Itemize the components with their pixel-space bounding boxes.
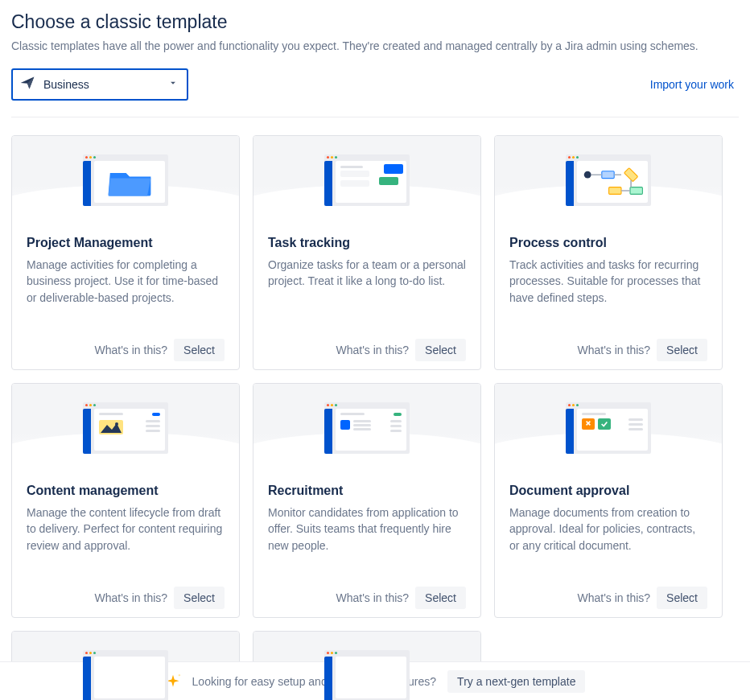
whats-in-this-link[interactable]: What's in this? (577, 344, 650, 356)
template-card-task-tracking: Task tracking Organize tasks for a team … (253, 135, 481, 370)
select-button[interactable]: Select (657, 587, 707, 609)
illustration-icon (83, 650, 168, 700)
whats-in-this-link[interactable]: What's in this? (577, 591, 650, 604)
divider (11, 117, 739, 117)
select-button[interactable]: Select (415, 339, 466, 361)
card-description: Track activities and tasks for recurring… (509, 257, 707, 331)
card-title: Process control (509, 236, 707, 250)
card-title: Content management (27, 484, 225, 498)
svg-rect-2 (624, 168, 638, 182)
card-banner (253, 136, 480, 224)
card-banner (495, 136, 722, 224)
template-card-content-management: Content management Manage the content li… (11, 383, 240, 618)
card-title: Project Management (27, 236, 225, 250)
select-button[interactable]: Select (657, 339, 707, 361)
card-title: Recruitment (268, 484, 466, 498)
card-banner (495, 384, 722, 472)
category-dropdown[interactable]: Business (11, 68, 188, 101)
content-illustration-icon (83, 402, 168, 454)
category-dropdown-label: Business (43, 78, 89, 91)
import-your-work-link[interactable]: Import your work (650, 78, 739, 91)
template-card-process-control: Process control Track activities and tas… (494, 135, 723, 370)
card-title: Task tracking (268, 236, 466, 250)
page-subtitle: Classic templates have all the power and… (11, 39, 739, 52)
card-banner (12, 136, 239, 224)
template-card-document-approval: Document approval Manage documents from … (494, 383, 723, 618)
card-description: Manage activities for completing a busin… (27, 257, 225, 331)
page-title: Choose a classic template (11, 11, 739, 33)
card-title: Document approval (509, 484, 707, 498)
template-card-recruitment: Recruitment Monitor candidates from appl… (253, 383, 481, 618)
workflow-illustration-icon (566, 154, 651, 206)
svg-point-0 (584, 171, 591, 179)
chevron-down-icon (167, 77, 179, 92)
card-banner (12, 384, 239, 472)
illustration-icon (324, 650, 410, 700)
whats-in-this-link[interactable]: What's in this? (336, 344, 409, 356)
template-card-project-management: Project Management Manage activities for… (11, 135, 240, 370)
select-button[interactable]: Select (174, 339, 225, 361)
card-description: Manage documents from creation to approv… (509, 504, 707, 579)
card-description: Manage the content lifecycle from draft … (27, 504, 225, 579)
approval-illustration-icon (566, 402, 651, 454)
card-description: Organize tasks for a team or a personal … (268, 257, 466, 331)
whats-in-this-link[interactable]: What's in this? (336, 591, 409, 604)
try-next-gen-button[interactable]: Try a next-gen template (447, 670, 585, 693)
card-description: Monitor candidates from application to o… (268, 504, 466, 579)
svg-rect-1 (602, 171, 614, 179)
paper-plane-icon (19, 75, 35, 94)
whats-in-this-link[interactable]: What's in this? (94, 591, 167, 604)
toolbar: Business Import your work (11, 68, 739, 101)
whats-in-this-link[interactable]: What's in this? (94, 344, 167, 356)
task-list-illustration-icon (324, 154, 410, 206)
svg-point-5 (115, 422, 118, 426)
select-button[interactable]: Select (415, 587, 466, 609)
recruitment-illustration-icon (324, 402, 410, 454)
folder-illustration-icon (83, 154, 168, 206)
svg-rect-4 (630, 187, 642, 195)
card-banner (253, 384, 480, 472)
select-button[interactable]: Select (174, 587, 225, 609)
svg-rect-3 (609, 187, 621, 195)
template-grid: Project Management Manage activities for… (11, 135, 739, 700)
